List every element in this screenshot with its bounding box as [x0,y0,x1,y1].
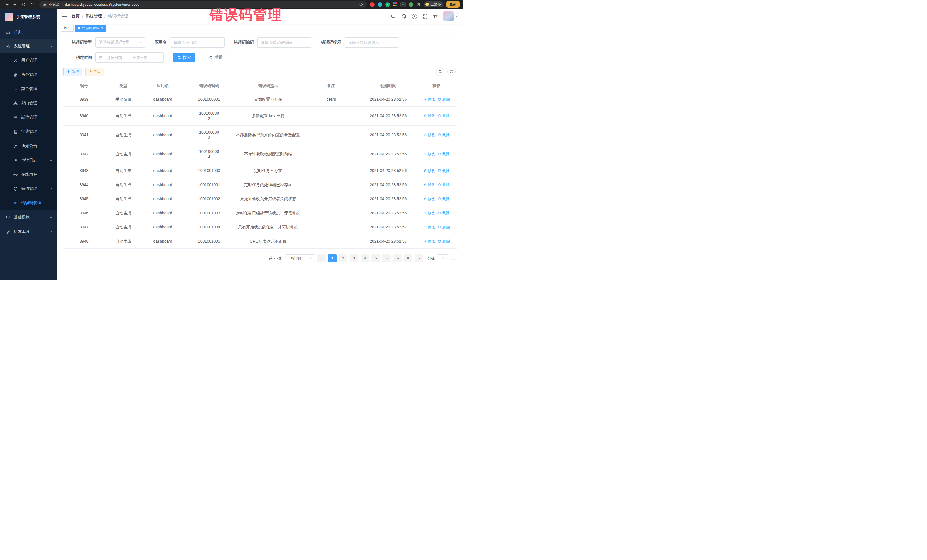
security-label[interactable]: 不安全 [49,2,59,7]
sidebar-item-post[interactable]: 岗位管理 [0,110,57,124]
delete-link[interactable]: 删除 [438,196,450,202]
tab-错误码管理[interactable]: 错误码管理× [75,24,106,32]
sidebar-item-sms[interactable]: 短信管理 [0,182,57,196]
sidebar-item-label: 系统管理 [14,44,30,49]
delete-link[interactable]: 删除 [438,113,450,118]
edit-link[interactable]: 修改 [423,225,435,230]
sidebar-item-label: 错误码管理 [21,200,41,206]
prev-page-button[interactable]: ‹ [317,254,326,262]
sidebar-item-role[interactable]: 角色管理 [0,68,57,82]
goto-page-input[interactable] [437,254,449,262]
sidebar-item-log[interactable]: 审计日志 [0,153,57,167]
sidebar-item-dept[interactable]: 部门管理 [0,96,57,110]
extension-icon-red[interactable] [370,2,374,7]
app-logo[interactable]: 芋道管理系统 [0,9,57,25]
help-icon[interactable]: ? [412,14,417,19]
sidebar-toggle-icon[interactable] [57,14,71,18]
sidebar-item-code[interactable]: 错误码管理 [0,196,57,210]
delete-link[interactable]: 删除 [438,151,450,156]
page-button-4[interactable]: 4 [360,254,369,262]
refresh-table-button[interactable] [447,68,456,76]
sidebar-item-menu[interactable]: 菜单管理 [0,82,57,96]
user-avatar[interactable] [443,11,458,21]
sidebar-item-tool[interactable]: 研发工具 [0,225,57,239]
start-date-input[interactable] [104,56,125,60]
page-button-8[interactable]: 8 [404,254,412,262]
edit-link[interactable]: 修改 [423,96,435,102]
end-date-input[interactable] [130,56,151,60]
search-icon[interactable] [391,14,396,19]
fullscreen-icon[interactable] [423,14,427,19]
edit-link[interactable]: 修改 [423,182,435,187]
browser-update-button[interactable]: 更新 [447,1,459,8]
sidebar-item-online[interactable]: 在线用户 [0,167,57,182]
page-button-2[interactable]: 2 [339,254,347,262]
breadcrumb-item[interactable]: 首页 [71,14,80,19]
paused-badge[interactable]: 已暂停 [424,2,443,8]
export-button[interactable]: 导出 [85,68,104,76]
edit-link[interactable]: 修改 [423,196,435,202]
edit-link[interactable]: 修改 [423,151,435,156]
browser-back-icon[interactable] [3,1,10,8]
extension-icon-leaf[interactable] [409,2,413,7]
sidebar-item-infra[interactable]: 基础设施 [0,210,57,225]
browser-forward-icon[interactable] [11,1,19,8]
app-name-input[interactable] [170,37,225,48]
next-page-button[interactable]: › [415,254,423,262]
sidebar-item-gear[interactable]: 系统管理 [0,39,57,53]
delete-link[interactable]: 删除 [438,210,450,216]
more-pages-button[interactable]: ••• [393,254,401,262]
tab-首页[interactable]: 首页 [61,24,74,32]
sidebar-item-home[interactable]: 首页 [0,25,57,39]
table-row: 3945自动生成dashboard1001001002只允许修改为开启或者关闭状… [63,192,457,206]
edit-link[interactable]: 修改 [423,210,435,216]
edit-link[interactable]: 修改 [423,238,435,244]
github-icon[interactable] [401,14,406,19]
cell-created: 2021-04-20 23:52:56 [361,206,416,220]
extension-icon-on[interactable]: on [400,2,406,7]
table-row: 3940自动生成dashboard1001000002参数配置 key 重复20… [63,106,457,126]
sidebar-item-user[interactable]: 用户管理 [0,53,57,68]
edit-link[interactable]: 修改 [423,132,435,137]
address-bar[interactable]: 不安全 | dashboard.yudao.iocoder.cn/system/… [40,1,366,8]
page-button-1[interactable]: 1 [328,254,337,262]
error-type-select[interactable]: 请选择错误码类型 [95,37,146,48]
error-code-table: 编号类型应用名错误码编码错误码提示备注创建时间操作 3939手动编辑dashbo… [63,80,457,249]
delete-link[interactable]: 删除 [438,96,450,102]
browser-reload-icon[interactable] [20,1,27,8]
page-size-select[interactable]: 10条/页 [286,254,315,262]
table-row: 3939手动编辑dashboard1001000001参数配置不存在ceshi2… [63,93,457,107]
extension-icon-green-v[interactable]: V [385,2,390,7]
browser-home-icon[interactable] [29,1,36,8]
sidebar-item-dict[interactable]: 字典管理 [0,124,57,139]
delete-link[interactable]: 删除 [438,182,450,187]
url-text[interactable]: dashboard.yudao.iocoder.cn/system/error-… [65,3,140,6]
extensions-puzzle-icon[interactable] [416,2,421,6]
export-button-label: 导出 [94,69,101,74]
font-size-icon[interactable]: TT [433,14,438,19]
edit-link[interactable]: 修改 [423,168,435,173]
error-code-input[interactable] [257,37,312,48]
cell-remark [301,192,360,206]
reset-button[interactable]: 重置 [205,53,227,62]
date-range-picker[interactable]: - [95,52,164,63]
error-hint-input[interactable] [345,37,399,48]
delete-link[interactable]: 删除 [438,132,450,137]
breadcrumb-item[interactable]: 系统管理 [86,14,102,19]
delete-link[interactable]: 删除 [438,225,450,230]
delete-link[interactable]: 删除 [438,168,450,173]
bookmark-star-icon[interactable] [359,3,363,6]
toggle-search-button[interactable] [436,68,444,76]
delete-link[interactable]: 删除 [438,238,450,244]
page-button-3[interactable]: 3 [350,254,358,262]
close-icon[interactable]: × [101,26,103,30]
extension-icon-teal[interactable] [378,2,382,7]
add-button[interactable]: 新增 [63,68,82,76]
extension-icon-grid[interactable] [393,2,397,6]
sidebar-item-notice[interactable]: 通知公告 [0,139,57,153]
page-button-5[interactable]: 5 [371,254,380,262]
search-button[interactable]: 搜索 [173,53,195,62]
page-button-6[interactable]: 6 [382,254,391,262]
edit-link[interactable]: 修改 [423,113,435,118]
sidebar-item-label: 角色管理 [21,72,37,77]
